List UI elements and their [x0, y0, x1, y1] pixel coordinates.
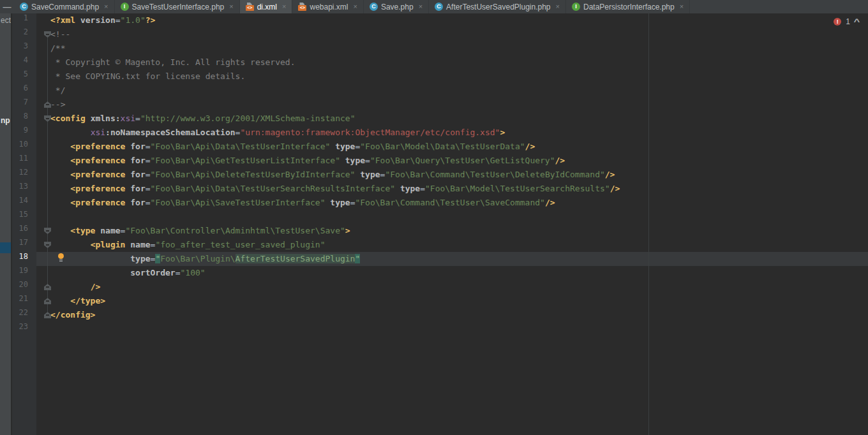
code-token: />: [610, 184, 620, 193]
tab-close-icon[interactable]: ×: [354, 3, 357, 10]
code-line[interactable]: <!--: [36, 27, 868, 41]
project-tree-item-fragment[interactable]: np: [1, 116, 10, 125]
code-line[interactable]: <?xml version="1.0"?>: [36, 13, 868, 27]
xml-file-icon: <>: [298, 3, 306, 11]
code-token: =: [420, 184, 425, 193]
tab-close-icon[interactable]: ×: [229, 3, 233, 10]
xml-file-icon: <>: [246, 3, 254, 11]
line-number: 6: [12, 84, 36, 98]
code-token: [50, 170, 70, 179]
tab-close-icon[interactable]: ×: [680, 3, 684, 10]
project-tree-item-fragment[interactable]: ect: [1, 16, 11, 25]
intention-lightbulb-icon[interactable]: [57, 253, 65, 263]
code-line[interactable]: </type>: [36, 294, 868, 308]
code-line[interactable]: */: [36, 84, 868, 98]
tab-save-php[interactable]: CSave.php×: [364, 0, 429, 13]
php-class-icon: C: [370, 3, 378, 11]
tab-close-icon[interactable]: ×: [419, 3, 423, 10]
code-token: type: [345, 156, 365, 165]
line-number: 15: [12, 210, 36, 224]
code-token: =: [116, 15, 121, 25]
php-class-icon: C: [20, 3, 28, 11]
line-number: 11: [12, 154, 36, 168]
tab-savecommand-php[interactable]: CSaveCommand.php×: [14, 0, 115, 13]
code-token: "Foo\Bar\Model\Data\TestUserData": [360, 142, 525, 151]
code-line[interactable]: <type name="Foo\Bar\Controller\Adminhtml…: [36, 224, 868, 238]
tab-label: di.xml: [257, 3, 277, 11]
code-line[interactable]: <preference for="Foo\Bar\Api\GetTestUser…: [36, 154, 868, 168]
code-token: for: [130, 184, 145, 193]
line-number: 16: [12, 224, 36, 238]
code-token: "Foo\Bar\Controller\Adminhtml\TestUser\S…: [125, 226, 345, 235]
code-token: <type: [70, 226, 95, 235]
inspections-widget[interactable]: ! 1 ^: [834, 17, 859, 26]
code-line[interactable]: * Copyright © Magento, Inc. All rights r…: [36, 55, 868, 70]
code-line[interactable]: [36, 322, 868, 336]
code-token: "Foo\Bar\Api\GetTestUserListInterface": [151, 156, 340, 165]
tab-savetestuserinterface-php[interactable]: ISaveTestUserInterface.php×: [115, 0, 240, 13]
code-token: [50, 240, 91, 249]
code-line[interactable]: <config xmlns:xsi="http://www.w3.org/200…: [36, 112, 868, 126]
code-token: </config>: [50, 310, 95, 320]
code-token: */: [50, 85, 65, 95]
tab-aftertestusersavedplugin-php[interactable]: CAfterTestUserSavedPlugin.php×: [429, 0, 566, 13]
code-token: <preference: [70, 142, 125, 151]
code-token: [75, 15, 80, 25]
code-token: >: [500, 128, 505, 137]
tab-close-icon[interactable]: ×: [556, 3, 560, 10]
code-token: <config: [50, 114, 86, 123]
line-number: 21: [12, 294, 36, 308]
code-token: ": [355, 254, 360, 263]
code-token: =: [146, 142, 151, 151]
xml-glyph: <>: [246, 5, 254, 11]
code-token: name: [130, 240, 150, 249]
code-token: for: [130, 142, 145, 151]
code-token: type: [360, 170, 380, 179]
code-token: -->: [50, 100, 65, 109]
code-line[interactable]: xsi:noNamespaceSchemaLocation="urn:magen…: [36, 126, 868, 140]
code-line[interactable]: sortOrder="100": [36, 266, 868, 280]
code-line[interactable]: -->: [36, 98, 868, 112]
code-line[interactable]: <preference for="Foo\Bar\Api\Data\TestUs…: [36, 140, 868, 154]
code-area: <?xml version="1.0"?><!--/** * Copyright…: [36, 13, 868, 336]
code-token: * Copyright © Magento, Inc. All rights r…: [50, 57, 296, 67]
line-number: 22: [12, 308, 36, 322]
code-token: "Foo\Bar\Api\DeleteTestUserByIdInterface…: [151, 170, 355, 179]
code-line[interactable]: type="Foo\Bar\Plugin\AfterTestUserSavedP…: [36, 252, 868, 266]
code-line[interactable]: /**: [36, 41, 868, 55]
window-overflow-dash-icon[interactable]: —: [0, 0, 14, 13]
code-line[interactable]: <preference for="Foo\Bar\Api\Data\TestUs…: [36, 182, 868, 196]
code-token: <preference: [70, 170, 125, 179]
inspection-error-count: 1: [846, 17, 850, 26]
code-line[interactable]: * See COPYING.txt for license details.: [36, 70, 868, 84]
code-line[interactable]: </config>: [36, 308, 868, 322]
code-line[interactable]: <preference for="Foo\Bar\Api\SaveTestUse…: [36, 196, 868, 210]
code-token: for: [130, 198, 145, 207]
chevron-up-icon[interactable]: ^: [854, 17, 860, 26]
project-tree-selected-item[interactable]: [0, 242, 11, 253]
code-line[interactable]: <plugin name="foo_after_test_user_saved_…: [36, 238, 868, 252]
code-token: version: [80, 15, 116, 25]
editor-tab-bar: — CSaveCommand.php×ISaveTestUserInterfac…: [0, 0, 868, 13]
code-token: type: [335, 142, 355, 151]
line-number: 17: [12, 238, 36, 252]
code-token: <preference: [70, 184, 125, 193]
line-number: 7: [12, 98, 36, 112]
code-line[interactable]: />: [36, 280, 868, 294]
line-number: 4: [12, 55, 36, 70]
tab-close-icon[interactable]: ×: [104, 3, 108, 10]
tab-datapersistorinterface-php[interactable]: IDataPersistorInterface.php×: [566, 0, 690, 13]
code-token: [50, 226, 70, 235]
code-line[interactable]: [36, 210, 868, 224]
code-line[interactable]: <preference for="Foo\Bar\Api\DeleteTestU…: [36, 168, 868, 182]
tab-di-xml[interactable]: <>di.xml×: [240, 0, 293, 13]
code-token: [50, 142, 70, 151]
code-token: :noNamespaceSchemaLocation: [105, 128, 236, 137]
tab-webapi-xml[interactable]: <>webapi.xml×: [292, 0, 363, 13]
tab-close-icon[interactable]: ×: [282, 3, 286, 10]
code-token: =: [176, 268, 181, 277]
code-token: "Foo\Bar\Api\Data\TestUserInterface": [151, 142, 331, 151]
code-token: <preference: [70, 198, 125, 207]
line-number: 10: [12, 140, 36, 154]
code-token: type: [330, 198, 350, 207]
